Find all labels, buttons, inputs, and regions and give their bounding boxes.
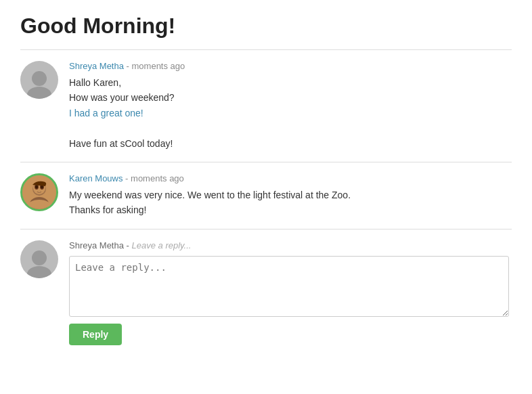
comment-line: Have fun at sCool today!: [69, 136, 512, 151]
comment-meta: Karen Mouws - moments ago: [69, 173, 512, 183]
reply-placeholder-label: Leave a reply...: [132, 240, 192, 250]
svg-point-11: [32, 250, 47, 265]
comment-item: Karen Mouws - moments ago My weekend was…: [20, 162, 512, 229]
comment-text: Hallo Karen, How was your weekend? I had…: [69, 75, 512, 151]
reply-button[interactable]: Reply: [69, 324, 122, 345]
comment-time: - moments ago: [127, 61, 185, 71]
reply-section: Shreya Metha - Leave a reply... Reply: [20, 229, 512, 356]
comment-item: Shreya Metha - moments ago Hallo Karen, …: [20, 50, 512, 162]
svg-point-8: [35, 185, 38, 188]
comment-line: Thanks for asking!: [69, 202, 512, 217]
comment-body: Shreya Metha - moments ago Hallo Karen, …: [69, 61, 512, 151]
svg-point-0: [32, 71, 47, 86]
reply-header: Shreya Metha - Leave a reply...: [69, 240, 512, 250]
comment-author[interactable]: Karen Mouws: [69, 173, 123, 183]
reply-textarea[interactable]: [69, 256, 509, 317]
comment-line: Hallo Karen,: [69, 75, 512, 90]
reply-row: Shreya Metha - Leave a reply... Reply: [20, 240, 512, 345]
reply-separator: -: [127, 240, 132, 250]
comment-line: My weekend was very nice. We went to the…: [69, 188, 512, 202]
comment-text: My weekend was very nice. We went to the…: [69, 188, 512, 218]
comment-time: - moments ago: [125, 173, 184, 183]
comment-meta: Shreya Metha - moments ago: [69, 61, 512, 71]
comment-line: How was your weekend?: [69, 90, 512, 105]
page-title: Good Morning!: [20, 14, 512, 39]
avatar-karen: [20, 173, 58, 211]
svg-point-12: [27, 266, 51, 278]
comment-body: Karen Mouws - moments ago My weekend was…: [69, 173, 512, 218]
comment-line: [69, 121, 512, 135]
reply-content: Shreya Metha - Leave a reply... Reply: [69, 240, 512, 345]
comment-author[interactable]: Shreya Metha: [69, 61, 124, 71]
reply-avatar: [20, 240, 58, 278]
svg-point-1: [27, 87, 51, 99]
reply-author-label: Shreya Metha: [69, 240, 124, 250]
avatar: [20, 61, 58, 99]
comment-line: I had a great one!: [69, 106, 512, 121]
